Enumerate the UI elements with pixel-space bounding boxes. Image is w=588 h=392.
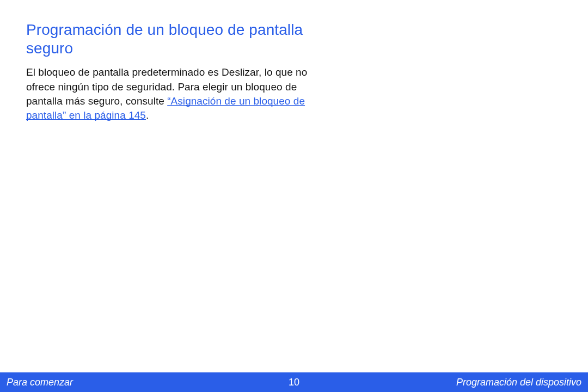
body-text-after-link: . <box>146 109 149 121</box>
content-column: Programación de un bloqueo de pantalla s… <box>26 21 309 122</box>
footer-left: Para comenzar <box>7 377 272 388</box>
page-footer: Para comenzar 10 Programación del dispos… <box>0 372 588 392</box>
body-paragraph: El bloqueo de pantalla predeterminado es… <box>26 65 309 122</box>
section-heading: Programación de un bloqueo de pantalla s… <box>26 21 309 58</box>
footer-right: Programación del dispositivo <box>316 377 581 388</box>
footer-page-number: 10 <box>272 377 316 388</box>
page: Programación de un bloqueo de pantalla s… <box>0 0 588 392</box>
